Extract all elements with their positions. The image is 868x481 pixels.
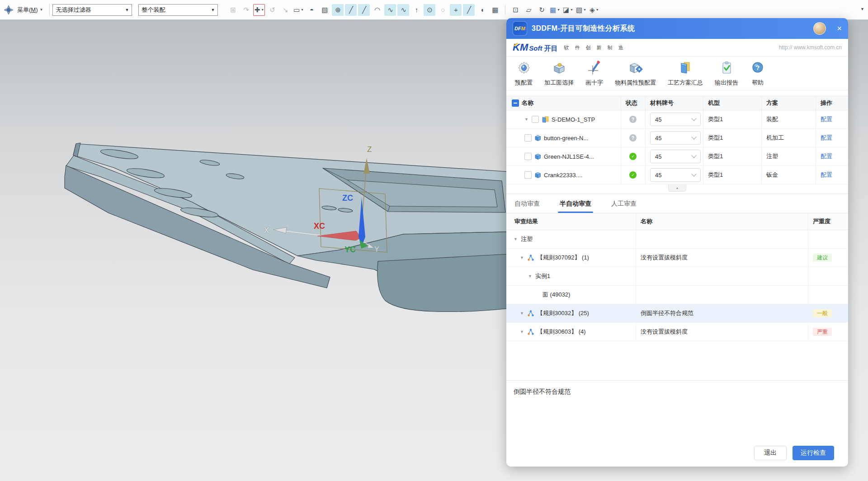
question-icon: ? <box>750 60 765 77</box>
rotate-view-icon[interactable]: ↻ ▼ <box>536 4 547 16</box>
expand-caret-icon[interactable]: ▼ <box>520 330 524 334</box>
menu-label: 菜单(M) <box>17 6 38 14</box>
toolbar-overflow-button[interactable]: ▾ <box>861 6 863 11</box>
material-select[interactable]: 45 <box>650 131 701 145</box>
review-row[interactable]: ▼ 【规则307092】 (1) 没有设置拔模斜度 <box>506 249 848 267</box>
configure-link[interactable]: 配置 <box>821 134 832 142</box>
curve-icon[interactable]: ◠ ▼ <box>371 4 383 16</box>
selection-filter-icon[interactable]: ✚ ▼ <box>253 4 265 16</box>
bounding-box-icon[interactable]: ▧ ▼ <box>319 4 330 16</box>
configure-link[interactable]: 配置 <box>821 115 832 123</box>
dfm-titlebar[interactable]: DFM 3DDFM-开目可制造性分析系统 × <box>506 18 848 39</box>
reposition-icon[interactable]: ↺ ▼ <box>266 4 278 16</box>
axis-xc-label: XC <box>314 222 325 231</box>
parts-table-body: ▼ <box>506 110 848 184</box>
review-row[interactable]: ▼ 面 (49032) <box>506 286 848 304</box>
rect-select-icon[interactable]: ▭ ▼ <box>292 4 304 16</box>
menu-button[interactable]: 菜单(M) ▼ <box>14 6 47 14</box>
row-checkbox[interactable] <box>524 153 532 160</box>
close-icon[interactable]: × <box>837 24 842 33</box>
review-table-header: 审查结果 名称 严重度 <box>506 213 848 230</box>
point-icon[interactable]: + ▼ <box>450 4 462 16</box>
run-check-button[interactable]: 运行检查 <box>793 446 834 460</box>
material-property-preconfig-button[interactable]: 物料属性预配置 <box>609 60 662 87</box>
axis-y-label: Y <box>374 245 379 253</box>
review-row[interactable]: ▼ 【规则30032】 (25) 倒圆半径不符合规范 <box>506 304 848 323</box>
shaded-cube-icon[interactable]: ▧ ▼ <box>575 4 587 16</box>
line-point-icon[interactable]: ╱ ▼ <box>358 4 370 16</box>
review-row[interactable]: ▼ 注塑 <box>506 230 848 249</box>
diagonal-line-icon[interactable]: ╱ ▼ <box>463 4 475 16</box>
row-checkbox[interactable] <box>524 134 532 141</box>
machine-type: 类型1 <box>703 129 762 147</box>
toolbar-separator[interactable]: ▼ <box>505 5 505 15</box>
expand-caret-icon[interactable]: ▼ <box>520 311 524 316</box>
pan-icon[interactable]: ▱ ▼ <box>523 4 534 16</box>
help-button[interactable]: ? 帮助 <box>744 60 771 87</box>
process-plan-summary-button[interactable]: 工艺方案汇总 <box>662 60 709 87</box>
preconfig-button[interactable]: 预配置 <box>509 60 538 87</box>
window-layout-icon[interactable]: ▦ ▼ <box>549 4 561 16</box>
snap-point-icon[interactable]: ⊕ ▼ <box>332 4 344 16</box>
user-avatar[interactable] <box>813 22 826 35</box>
expand-caret-icon[interactable]: ▼ <box>524 117 529 122</box>
configure-link[interactable]: 配置 <box>821 171 832 179</box>
table-row[interactable]: ▼ <box>506 166 848 184</box>
machine-type: 类型1 <box>703 110 762 128</box>
table-row[interactable]: ▼ <box>506 129 848 147</box>
machining-face-select-button[interactable]: 加工面选择 <box>538 60 580 87</box>
tab[interactable]: 人工审查 <box>611 200 637 213</box>
grid-icon[interactable]: ▦ ▼ <box>489 4 501 16</box>
material-select[interactable]: 45 <box>650 113 701 126</box>
chevron-down-icon: ▼ <box>596 8 599 11</box>
toolbar-divider <box>49 4 50 16</box>
tab[interactable]: 半自动审查 <box>560 200 591 213</box>
studio-spline-icon[interactable]: ∿ ▼ <box>384 4 396 16</box>
shaded-region-icon[interactable]: ◓ ▼ <box>306 4 317 16</box>
render-style-icon[interactable]: ◈ ▼ <box>588 4 600 16</box>
row-checkbox[interactable] <box>532 116 539 123</box>
table-row[interactable]: ▼ <box>506 110 848 129</box>
circle-center-icon[interactable]: ⊙ ▼ <box>424 4 435 16</box>
review-row[interactable]: ▼ 【规则30603】 (4) 没有设置拔模斜度 <box>506 323 848 341</box>
material-select[interactable]: 45 <box>650 150 701 163</box>
machine-type: 类型1 <box>703 147 762 165</box>
circle-dashed-icon[interactable]: ◌ ▼ <box>437 4 448 16</box>
review-row[interactable]: ▼ 实例1 <box>506 267 848 286</box>
review-rule-name: 倒圆半径不符合规范 <box>641 309 693 317</box>
configure-link[interactable]: 配置 <box>821 152 832 160</box>
status-icon <box>629 171 637 179</box>
table-row[interactable]: ▼ <box>506 147 848 166</box>
assembly-constraints-icon[interactable]: ⊞ ▼ <box>227 4 239 16</box>
axis-zc-label: ZC <box>342 193 353 203</box>
spline-icon[interactable]: ∿ ▼ <box>397 4 409 16</box>
chevron-down-icon: ▼ <box>301 8 304 11</box>
zoom-area-icon[interactable]: ⊡ ▼ <box>509 4 521 16</box>
section-view-icon[interactable]: ◪ ▼ <box>562 4 574 16</box>
selection-filter-select[interactable]: 无选择过滤器 ▼ <box>52 4 132 16</box>
output-report-button[interactable]: 输出报告 <box>709 60 744 87</box>
chevron-down-icon <box>691 171 696 176</box>
datum-axis-icon[interactable]: ↑ ▼ <box>410 4 422 16</box>
face-blend-icon[interactable]: ◖ ▼ <box>476 4 488 16</box>
selection-filter-value: 无选择过滤器 <box>56 6 91 14</box>
move-component-icon[interactable]: ↷ ▼ <box>240 4 252 16</box>
part-name: S-DEMO-1_STP <box>552 116 595 123</box>
selection-scope-select[interactable]: 整个装配 ▼ <box>138 4 218 16</box>
parts-table: 名称 状态 材料牌号 机型 方案 操作 ▼ <box>506 96 848 193</box>
exit-button[interactable]: 退出 <box>754 446 787 460</box>
select-all-checkbox[interactable] <box>512 99 519 107</box>
draw-cross-button[interactable]: 画十字 <box>580 60 609 87</box>
line-icon[interactable]: ╱ ▼ <box>345 4 357 16</box>
severity-badge: 建议 <box>813 254 832 262</box>
expand-caret-icon[interactable]: ▼ <box>528 274 533 278</box>
toolbar-icon-group: ⊞ ▼ ↷ ▼ ✚ ▼ ↺ ▼ ↘ ▼ ▭ <box>227 4 600 16</box>
review-result-label: 【规则307092】 (1) <box>537 254 589 262</box>
row-checkbox[interactable] <box>524 171 532 179</box>
material-select[interactable]: 45 <box>650 168 701 182</box>
drag-component-icon[interactable]: ↘ ▼ <box>279 4 291 16</box>
tab[interactable]: 自动审查 <box>514 200 540 213</box>
collapse-table-button[interactable]: ▲ <box>668 184 686 192</box>
expand-caret-icon[interactable]: ▼ <box>514 237 518 241</box>
expand-caret-icon[interactable]: ▼ <box>520 255 524 260</box>
